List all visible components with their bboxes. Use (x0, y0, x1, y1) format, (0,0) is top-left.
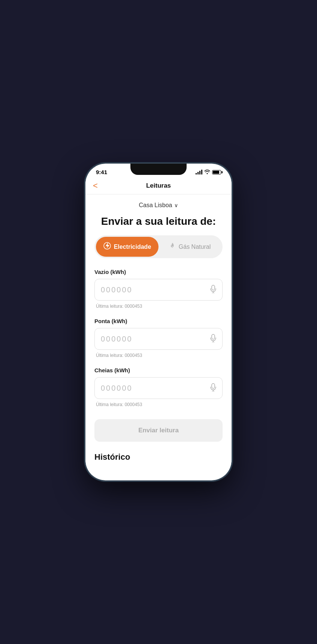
historico-title: Histórico (85, 452, 232, 469)
toggle-gas-label: Gás Natural (179, 244, 211, 250)
type-toggle[interactable]: Electricidade Gás Natural (94, 235, 223, 258)
vazio-input-wrapper (94, 279, 223, 301)
location-name: Casa Lisboa (139, 202, 172, 209)
chevron-down-icon: ∨ (174, 202, 178, 208)
mic-icon-vazio[interactable] (210, 285, 216, 295)
cheias-label: Cheias (kWh) (94, 367, 223, 373)
ponta-label: Ponta (kWh) (94, 318, 223, 324)
status-icons (196, 169, 221, 175)
mic-icon-ponta[interactable] (210, 334, 216, 344)
vazio-input[interactable] (101, 286, 210, 294)
ponta-field-group: Ponta (kWh) Última leitura: 000 (94, 318, 223, 358)
flame-icon (169, 242, 176, 251)
svg-rect-1 (212, 285, 215, 290)
signal-bars-icon (196, 170, 202, 175)
vazio-field-group: Vazio (kWh) Última leitura: 000 (94, 269, 223, 309)
form-content: Vazio (kWh) Última leitura: 000 (85, 269, 232, 452)
phone-screen: 9:41 (85, 164, 232, 480)
battery-icon (212, 170, 221, 175)
app-content[interactable]: < Leituras Casa Lisboa ∨ Enviar a sua le… (85, 178, 232, 478)
lightning-icon (103, 242, 111, 251)
page-heading: Enviar a sua leitura de: (85, 212, 232, 235)
toggle-gas[interactable]: Gás Natural (158, 237, 221, 257)
vazio-last-reading: Última leitura: 0000453 (94, 304, 223, 309)
page-heading-text: Enviar a sua leitura de: (94, 215, 223, 228)
cheias-last-reading: Última leitura: 0000453 (94, 402, 223, 407)
svg-rect-4 (212, 334, 215, 339)
svg-rect-7 (212, 384, 215, 388)
vazio-label: Vazio (kWh) (94, 269, 223, 275)
ponta-input[interactable] (101, 335, 210, 343)
page-title: Leituras (146, 182, 171, 190)
submit-button[interactable]: Enviar leitura (94, 419, 223, 442)
toggle-electricidade-label: Electricidade (114, 244, 151, 250)
status-time: 9:41 (96, 169, 107, 175)
mic-icon-cheias[interactable] (210, 383, 216, 393)
cheias-field-group: Cheias (kWh) Última leitura: 00 (94, 367, 223, 407)
toggle-electricidade[interactable]: Electricidade (96, 237, 158, 257)
ponta-last-reading: Última leitura: 0000453 (94, 353, 223, 358)
back-button[interactable]: < (93, 182, 98, 190)
notch (130, 164, 187, 175)
cheias-input-wrapper (94, 377, 223, 399)
wifi-icon (204, 169, 210, 175)
app-header: < Leituras (85, 178, 232, 194)
location-selector[interactable]: Casa Lisboa ∨ (85, 194, 232, 212)
phone-frame: 9:41 (85, 164, 232, 480)
cheias-input[interactable] (101, 384, 210, 393)
ponta-input-wrapper (94, 328, 223, 350)
